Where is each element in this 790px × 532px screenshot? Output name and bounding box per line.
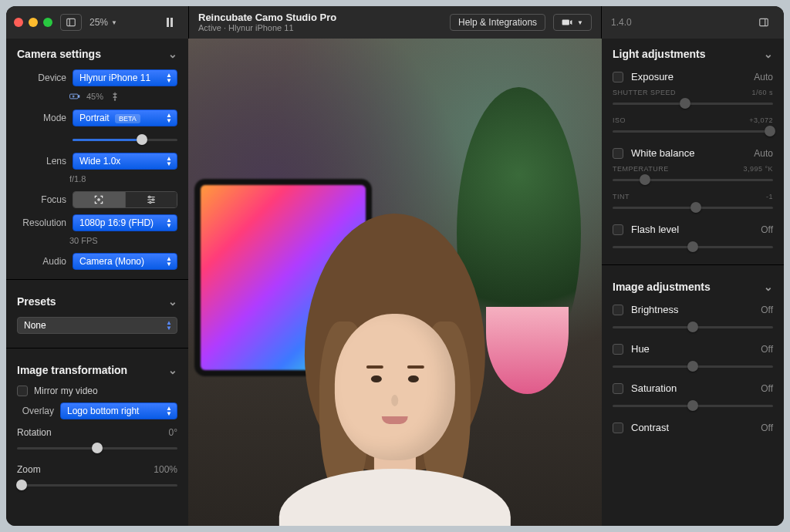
- fullscreen-button[interactable]: [43, 18, 52, 27]
- section-title: Light adjustments: [613, 48, 706, 60]
- left-panel: Camera settings ⌄ Device Hlynur iPhone 1…: [6, 39, 188, 526]
- titlebar-right: 1.4.0: [602, 6, 784, 39]
- saturation-slider[interactable]: [613, 399, 773, 412]
- hue-checkbox[interactable]: [613, 344, 623, 355]
- tint-slider[interactable]: [613, 200, 773, 214]
- shutter-slider[interactable]: [613, 96, 773, 110]
- audio-value: Camera (Mono): [79, 256, 144, 267]
- flash-checkbox[interactable]: [613, 224, 623, 235]
- chevron-down-icon: ⌄: [168, 295, 177, 308]
- presets-header[interactable]: Presets ⌄: [6, 286, 188, 314]
- device-label: Device: [17, 72, 66, 83]
- exposure-label: Exposure: [631, 71, 746, 82]
- zoom-value: 100%: [154, 464, 177, 475]
- updown-icon: ▲▼: [166, 156, 172, 167]
- tint-label: TINT: [613, 193, 630, 200]
- chevron-down-icon: ▼: [577, 19, 583, 26]
- chevron-down-icon: ⌄: [168, 48, 177, 60]
- light-adjustments-header[interactable]: Light adjustments ⌄: [602, 39, 784, 66]
- focus-manual-button[interactable]: [126, 192, 177, 207]
- section-title: Image adjustments: [613, 281, 711, 293]
- shutter-label-row: SHUTTER SPEED 1/60 s: [602, 87, 784, 96]
- audio-select[interactable]: Camera (Mono) ▲▼: [73, 253, 177, 270]
- resolution-label: Resolution: [17, 217, 66, 228]
- image-adjustments-header[interactable]: Image adjustments ⌄: [602, 271, 784, 299]
- contrast-row: Contrast Off: [602, 417, 784, 438]
- hue-slider[interactable]: [613, 359, 773, 373]
- exposure-checkbox[interactable]: [613, 72, 623, 82]
- contrast-checkbox[interactable]: [613, 423, 623, 433]
- exposure-row: Exposure Auto: [602, 66, 784, 87]
- toggle-left-panel-button[interactable]: [60, 14, 82, 31]
- svg-rect-2: [760, 19, 768, 25]
- minimize-button[interactable]: [29, 18, 38, 27]
- toggle-right-panel-button[interactable]: [753, 14, 775, 31]
- device-select[interactable]: Hlynur iPhone 11 ▲▼: [73, 69, 177, 86]
- focus-segmented[interactable]: [73, 191, 177, 208]
- overlay-select[interactable]: Logo bottom right ▲▼: [60, 402, 177, 419]
- focus-auto-button[interactable]: [73, 192, 125, 207]
- image-transformation-header[interactable]: Image transformation ⌄: [6, 355, 188, 382]
- mode-select[interactable]: Portrait BETA ▲▼: [73, 109, 177, 126]
- presets-select[interactable]: None ▲▼: [17, 317, 177, 334]
- resolution-select[interactable]: 1080p 16:9 (FHD) ▲▼: [73, 214, 177, 231]
- flash-value: Off: [761, 224, 773, 235]
- updown-icon: ▲▼: [166, 320, 172, 331]
- overlay-label: Overlay: [17, 406, 54, 416]
- temperature-slider[interactable]: [613, 173, 773, 187]
- zoom-level-dropdown[interactable]: 25% ▼: [89, 17, 117, 28]
- lens-select[interactable]: Wide 1.0x ▲▼: [73, 153, 177, 170]
- temperature-label-row: TEMPERATURE 3,995 °K: [602, 163, 784, 173]
- zoom-slider[interactable]: [17, 478, 177, 492]
- brightness-checkbox[interactable]: [613, 305, 623, 315]
- mode-slider[interactable]: [73, 133, 177, 146]
- saturation-value: Off: [761, 383, 773, 394]
- mode-slider-row: [6, 130, 188, 150]
- mirror-checkbox[interactable]: [17, 386, 28, 396]
- lens-aperture: f/1.8: [6, 173, 188, 188]
- chevron-down-icon: ⌄: [168, 364, 177, 376]
- lens-value: Wide 1.0x: [79, 156, 120, 167]
- iso-slider[interactable]: [613, 124, 773, 138]
- battery-percent: 45%: [86, 92, 103, 101]
- close-button[interactable]: [14, 18, 23, 27]
- camera-settings-header[interactable]: Camera settings ⌄: [6, 39, 188, 66]
- white-balance-checkbox[interactable]: [613, 148, 623, 159]
- video-preview: [188, 39, 602, 526]
- flash-label: Flash level: [631, 224, 753, 235]
- saturation-checkbox[interactable]: [613, 383, 623, 394]
- brightness-slider[interactable]: [613, 320, 773, 334]
- resolution-fps: 30 FPS: [6, 234, 188, 250]
- pause-icon: [167, 18, 173, 27]
- device-row: Device Hlynur iPhone 11 ▲▼: [6, 66, 188, 89]
- usb-icon: [110, 91, 120, 102]
- saturation-row: Saturation Off: [602, 378, 784, 399]
- battery-charging-icon: [69, 91, 80, 102]
- video-camera-icon: [562, 17, 572, 28]
- temperature-value: 3,995 °K: [743, 165, 773, 173]
- iso-label-row: ISO +3,072: [602, 115, 784, 124]
- zoom-level-label: 25%: [89, 17, 108, 28]
- flash-row: Flash level Off: [602, 219, 784, 240]
- help-integrations-button[interactable]: Help & Integrations: [450, 14, 545, 31]
- titlebar-left: 25% ▼: [6, 6, 188, 39]
- tint-value: -1: [766, 193, 773, 200]
- pause-button[interactable]: [159, 14, 181, 31]
- flash-slider[interactable]: [613, 240, 773, 254]
- svg-rect-5: [79, 96, 79, 97]
- focus-target-icon: [93, 194, 104, 205]
- beta-badge: BETA: [115, 114, 140, 123]
- audio-label: Audio: [17, 256, 66, 267]
- hue-label: Hue: [631, 343, 753, 355]
- saturation-label: Saturation: [631, 382, 753, 394]
- svg-point-11: [152, 199, 154, 200]
- svg-point-12: [149, 201, 150, 203]
- resolution-value: 1080p 16:9 (FHD): [79, 217, 154, 228]
- camera-source-dropdown[interactable]: ▼: [553, 14, 592, 31]
- updown-icon: ▲▼: [166, 113, 172, 123]
- rotation-slider[interactable]: [17, 441, 177, 455]
- focus-row: Focus: [6, 188, 188, 211]
- zoom-label: Zoom: [17, 464, 41, 475]
- right-panel: Light adjustments ⌄ Exposure Auto SHUTTE…: [602, 39, 784, 526]
- shutter-value: 1/60 s: [751, 89, 773, 96]
